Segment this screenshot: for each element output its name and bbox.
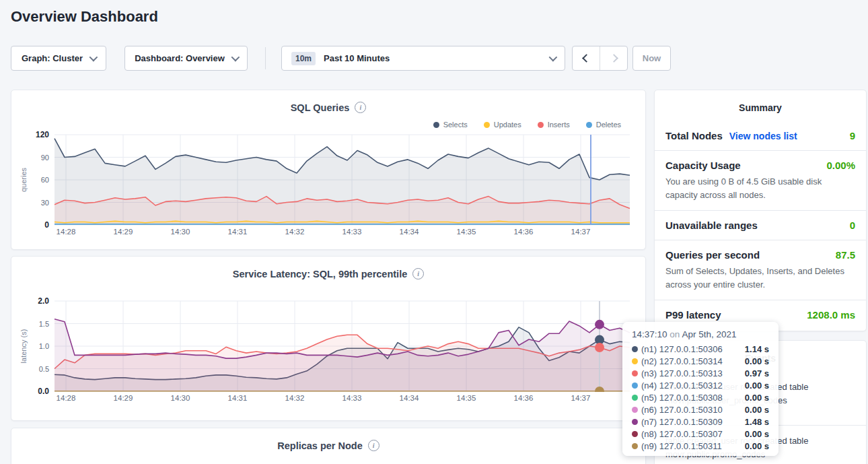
- svg-text:14:30: 14:30: [171, 394, 190, 402]
- svg-text:14:37: 14:37: [571, 394, 591, 402]
- time-range-label: Past 10 Minutes: [324, 53, 390, 63]
- chevron-down-icon: [549, 53, 558, 62]
- svg-text:14:34: 14:34: [400, 228, 419, 236]
- tooltip-row: (n4) 127.0.0.1:503120.00 s: [632, 379, 769, 391]
- svg-text:120: 120: [36, 130, 49, 139]
- svg-text:14:31: 14:31: [228, 228, 248, 236]
- svg-text:14:30: 14:30: [171, 228, 190, 236]
- summary-row-value: 87.5: [836, 249, 855, 261]
- summary-row-value: 0.00%: [826, 160, 855, 171]
- time-prev-button[interactable]: [573, 46, 600, 70]
- svg-text:1.5: 1.5: [39, 320, 49, 328]
- time-next-button[interactable]: [600, 46, 627, 70]
- replicas-per-node-title: Replicas per Node i: [11, 428, 645, 451]
- tooltip-row: (n6) 127.0.0.1:503100.00 s: [632, 403, 769, 416]
- page-title: Overview Dashboard: [11, 8, 158, 26]
- summary-row-label: P99 latency: [665, 309, 721, 321]
- tooltip-row: (n3) 127.0.0.1:503130.97 s: [632, 367, 769, 379]
- summary-title: Summary: [655, 90, 866, 121]
- summary-row-desc: You are using 0 B of 4.5 GiB usable disk…: [665, 175, 855, 201]
- svg-text:0: 0: [44, 220, 49, 230]
- svg-text:14:31: 14:31: [228, 394, 248, 402]
- summary-row-label: Total Nodes: [665, 130, 723, 141]
- time-range-selector[interactable]: 10m Past 10 Minutes: [281, 46, 565, 71]
- tooltip-timestamp: 14:37:10 on Apr 5th, 2021: [632, 329, 769, 339]
- graph-dropdown[interactable]: Graph: Cluster: [11, 46, 106, 71]
- summary-panel: Summary Total NodesView nodes list9Capac…: [654, 90, 867, 331]
- svg-text:14:28: 14:28: [57, 394, 76, 402]
- sql-queries-card: SQL Queries i SelectsUpdatesInsertsDelet…: [11, 90, 646, 250]
- svg-text:14:36: 14:36: [514, 228, 534, 236]
- svg-text:30: 30: [41, 199, 49, 207]
- time-nav-group: [572, 46, 628, 71]
- svg-text:queries: queries: [20, 167, 28, 192]
- node-color-dot-icon: [632, 419, 638, 425]
- summary-row: Capacity Usage0.00%You are using 0 B of …: [655, 150, 866, 210]
- controls-divider: [265, 47, 266, 69]
- chevron-down-icon: [231, 53, 240, 62]
- service-latency-chart[interactable]: 0.00.51.01.52.014:2814:2914:3014:3114:32…: [11, 257, 647, 408]
- svg-text:90: 90: [41, 154, 49, 162]
- sql-queries-chart[interactable]: 030609012014:2814:2914:3014:3114:3214:33…: [11, 90, 647, 242]
- node-color-dot-icon: [632, 383, 638, 389]
- svg-text:14:36: 14:36: [514, 394, 534, 402]
- node-color-dot-icon: [632, 346, 638, 352]
- node-color-dot-icon: [632, 443, 638, 449]
- summary-row-label: Queries per second: [665, 249, 760, 261]
- svg-text:14:29: 14:29: [114, 394, 133, 402]
- tooltip-row: (n9) 127.0.0.1:503110.00 s: [632, 440, 769, 452]
- view-nodes-list-link[interactable]: View nodes list: [729, 131, 797, 141]
- replicas-per-node-card: Replicas per Node i: [11, 428, 646, 464]
- svg-text:0.5: 0.5: [39, 365, 49, 373]
- graph-dropdown-label: Graph: Cluster: [22, 53, 83, 63]
- summary-row-label: Capacity Usage: [665, 160, 741, 171]
- tooltip-row: (n7) 127.0.0.1:503091.48 s: [632, 416, 769, 428]
- overview-dashboard-page: Overview Dashboard Graph: Cluster Dashbo…: [0, 0, 868, 464]
- summary-row-desc: Sum of Selects, Updates, Inserts, and De…: [665, 265, 855, 291]
- summary-rows: Total NodesView nodes list9Capacity Usag…: [655, 121, 866, 329]
- svg-text:14:37: 14:37: [571, 228, 591, 236]
- tooltip-row: (n2) 127.0.0.1:503140.00 s: [632, 355, 769, 367]
- svg-text:14:34: 14:34: [400, 394, 419, 402]
- dashboard-dropdown-label: Dashboard: Overview: [135, 53, 225, 63]
- svg-text:14:35: 14:35: [457, 228, 476, 236]
- tooltip-row: (n8) 127.0.0.1:503070.00 s: [632, 428, 769, 440]
- node-color-dot-icon: [632, 358, 638, 364]
- time-range-badge: 10m: [291, 52, 316, 65]
- tooltip-row: (n1) 127.0.0.1:503061.14 s: [632, 343, 769, 355]
- dashboard-dropdown[interactable]: Dashboard: Overview: [124, 46, 248, 71]
- summary-row-label: Unavailable ranges: [665, 220, 758, 231]
- svg-text:60: 60: [41, 176, 49, 184]
- svg-text:latency (s): latency (s): [20, 329, 28, 364]
- summary-row-value: 1208.0 ms: [807, 309, 855, 321]
- svg-text:0.0: 0.0: [38, 387, 49, 396]
- svg-text:14:33: 14:33: [342, 228, 362, 236]
- node-color-dot-icon: [632, 431, 638, 437]
- svg-text:14:32: 14:32: [285, 394, 305, 402]
- svg-text:14:32: 14:32: [285, 228, 305, 236]
- summary-row-value: 9: [850, 130, 855, 141]
- now-button[interactable]: Now: [632, 46, 671, 71]
- tooltip-rows: (n1) 127.0.0.1:503061.14 s(n2) 127.0.0.1…: [632, 343, 769, 452]
- info-icon[interactable]: i: [368, 440, 379, 451]
- summary-row: Queries per second87.5Sum of Selects, Up…: [655, 240, 866, 300]
- node-color-dot-icon: [632, 370, 638, 376]
- node-color-dot-icon: [632, 395, 638, 401]
- svg-text:14:29: 14:29: [114, 228, 133, 236]
- tooltip-row: (n5) 127.0.0.1:503080.00 s: [632, 391, 769, 403]
- svg-text:14:35: 14:35: [457, 394, 476, 402]
- svg-text:2.0: 2.0: [38, 296, 49, 306]
- node-color-dot-icon: [632, 407, 638, 413]
- chevron-right-icon: [610, 54, 618, 63]
- service-latency-card: Service Latency: SQL, 99th percentile i …: [11, 256, 646, 421]
- chart-hover-tooltip: 14:37:10 on Apr 5th, 2021 (n1) 127.0.0.1…: [622, 322, 779, 456]
- svg-text:14:28: 14:28: [57, 228, 76, 236]
- chevron-left-icon: [582, 54, 591, 63]
- chevron-down-icon: [89, 53, 98, 62]
- svg-text:1.0: 1.0: [39, 342, 49, 350]
- svg-text:14:33: 14:33: [342, 394, 362, 402]
- summary-row-value: 0: [850, 220, 855, 231]
- summary-row: Total NodesView nodes list9: [655, 121, 866, 150]
- summary-row: Unavailable ranges0: [655, 210, 866, 240]
